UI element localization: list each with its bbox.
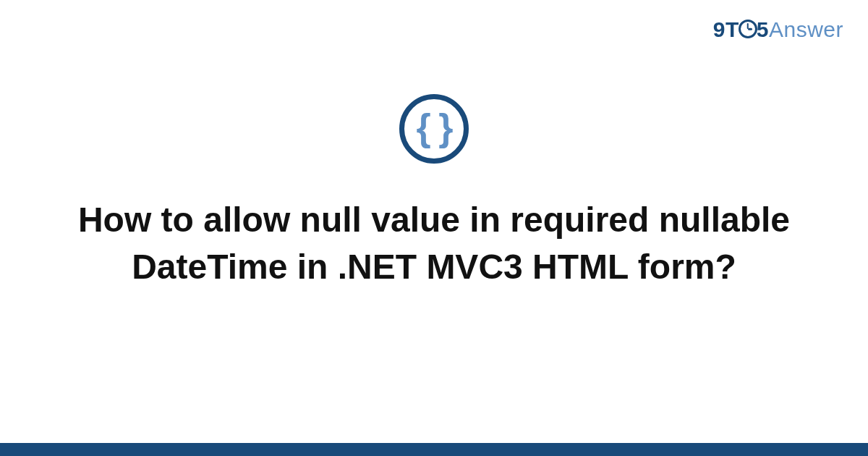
- braces-icon: { }: [417, 109, 452, 146]
- brand-text-9: 9: [713, 17, 726, 41]
- main-content: { } How to allow null value in required …: [0, 94, 868, 291]
- clock-icon: [739, 20, 757, 38]
- brand-text-t: T: [726, 17, 739, 41]
- category-icon: { }: [399, 94, 469, 164]
- site-brand: 9T5Answer: [713, 17, 843, 42]
- footer-accent-bar: [0, 443, 868, 456]
- brand-text-answer: Answer: [769, 17, 843, 41]
- brand-text-5: 5: [757, 17, 769, 41]
- question-title: How to allow null value in required null…: [72, 197, 796, 291]
